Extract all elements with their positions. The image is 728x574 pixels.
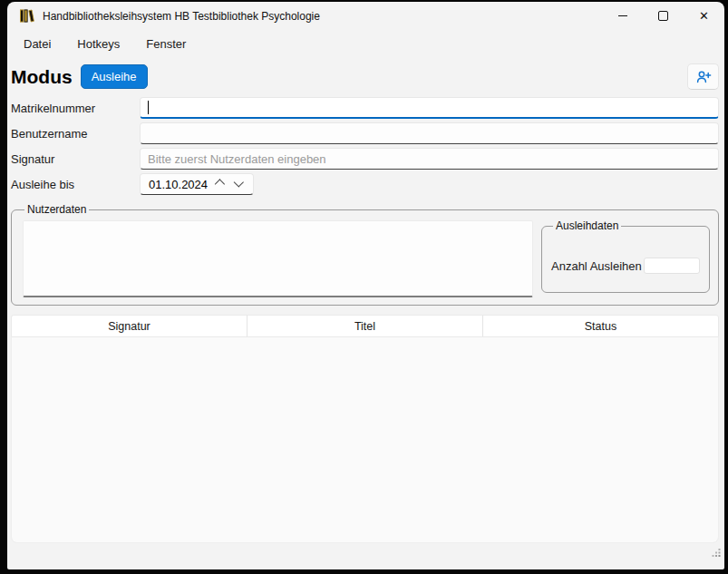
person-plus-icon: [695, 69, 712, 85]
anzahl-row: Anzahl Ausleihen: [551, 258, 700, 274]
matrikelnummer-field-wrap: [140, 97, 719, 119]
minimize-icon: [618, 15, 627, 16]
table-header-signatur[interactable]: Signatur: [12, 316, 248, 336]
form-row-benutzername: Benutzername: [11, 122, 719, 144]
ausleihe-bis-date-spinner[interactable]: 01.10.2024: [140, 173, 254, 195]
books-icon: [19, 8, 34, 24]
close-button[interactable]: ✕: [684, 2, 724, 30]
nutzerdaten-group-label: Nutzerdaten: [24, 203, 89, 216]
add-user-button[interactable]: [687, 63, 719, 90]
menu-bar: Datei Hotkeys Fenster: [7, 30, 724, 57]
menu-item-fenster[interactable]: Fenster: [139, 34, 193, 54]
ausleihdaten-group-label: Ausleihdaten: [553, 219, 621, 232]
table-header-status[interactable]: Status: [483, 316, 718, 336]
matrikelnummer-input[interactable]: [140, 97, 719, 119]
window-title: Handbibliotheksleihsystem HB Testbibliot…: [43, 10, 320, 23]
signatur-label: Signatur: [11, 152, 140, 166]
maximize-icon: [658, 11, 668, 21]
items-table: Signatur Titel Status: [11, 315, 719, 543]
date-value: 01.10.2024: [149, 178, 208, 191]
resize-grip-icon[interactable]: [710, 545, 722, 561]
desktop: { "window": { "title": "Handbibliotheksl…: [0, 0, 728, 574]
mode-heading: Modus: [11, 66, 73, 88]
menu-item-datei[interactable]: Datei: [16, 34, 58, 54]
anzahl-ausleihen-input[interactable]: [644, 258, 700, 274]
mode-ausleihe-button[interactable]: Ausleihe: [81, 64, 148, 89]
signatur-input[interactable]: [140, 148, 719, 170]
main-content: Modus Ausleihe Matrikelnummer: [7, 63, 724, 543]
form-row-ausleihe-bis: Ausleihe bis 01.10.2024: [11, 173, 719, 195]
ausleihdaten-group: Ausleihdaten Anzahl Ausleihen: [541, 219, 710, 293]
app-window: Handbibliotheksleihsystem HB Testbibliot…: [7, 2, 724, 569]
maximize-button[interactable]: [643, 2, 684, 30]
window-controls: ✕: [602, 2, 724, 30]
spinner-up-button[interactable]: [208, 175, 228, 193]
form-row-signatur: Signatur: [11, 148, 719, 170]
benutzername-label: Benutzername: [11, 127, 140, 141]
ausleihe-bis-label: Ausleihe bis: [11, 178, 140, 191]
chevron-up-icon: [214, 179, 224, 189]
nutzerdaten-inner: Ausleihdaten Anzahl Ausleihen: [23, 220, 710, 297]
table-header-titel[interactable]: Titel: [248, 316, 483, 336]
table-body-empty: [11, 337, 719, 543]
nutzerdaten-group: Nutzerdaten Ausleihdaten Anzahl Ausleihe…: [11, 203, 719, 306]
benutzername-input[interactable]: [140, 122, 719, 144]
close-icon: ✕: [699, 10, 709, 22]
mode-row: Modus Ausleihe: [11, 63, 719, 90]
nutzerdaten-details-box[interactable]: [23, 220, 533, 297]
form-row-matrikelnummer: Matrikelnummer: [11, 97, 719, 119]
menu-item-hotkeys[interactable]: Hotkeys: [70, 34, 127, 54]
text-caret: [148, 101, 149, 114]
chevron-down-icon: [233, 177, 243, 187]
spinner-down-button[interactable]: [228, 175, 249, 193]
table-header-row: Signatur Titel Status: [11, 315, 719, 337]
title-bar: Handbibliotheksleihsystem HB Testbibliot…: [7, 2, 724, 30]
matrikelnummer-label: Matrikelnummer: [11, 102, 140, 115]
anzahl-ausleihen-label: Anzahl Ausleihen: [551, 259, 644, 273]
minimize-button[interactable]: [602, 2, 643, 30]
status-strip: [7, 543, 724, 563]
